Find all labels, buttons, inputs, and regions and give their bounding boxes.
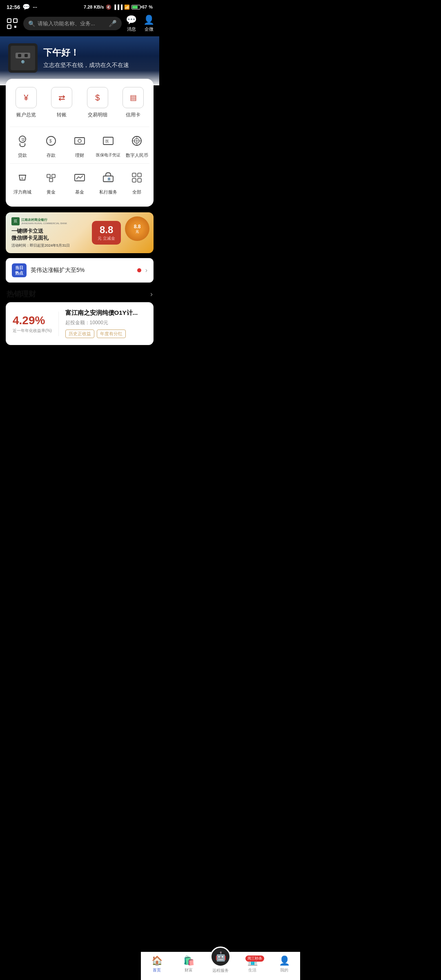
signal-icon: ▐▐▐ — [113, 4, 122, 9]
mute-icon: 🔇 — [106, 4, 111, 10]
svg-rect-17 — [47, 174, 50, 178]
scan-button[interactable] — [5, 16, 19, 31]
status-bar: 12:56 💬 ··· 7.28 KB/s 🔇 ▐▐▐ 📶 67% — [0, 0, 159, 12]
digital-rmb-label: 数字人民币 — [126, 152, 148, 158]
credit-card-icon: ▤ — [122, 87, 144, 108]
svg-rect-19 — [49, 178, 53, 182]
mall-icon: ¥ — [13, 169, 31, 187]
gold-label: 黄金 — [47, 189, 56, 195]
action-credit-card[interactable]: ▤ 信用卡 — [117, 87, 150, 118]
network-speed: 7.28 KB/s — [84, 4, 104, 9]
all-label: 全部 — [132, 189, 141, 195]
service-mall[interactable]: ¥ 浮力商城 — [10, 169, 35, 195]
private-label: 私行服务 — [99, 189, 117, 195]
finance-product-name: 富江南之安润纯债O1Y计... — [65, 309, 147, 317]
hero-greeting: 下午好！ — [43, 47, 129, 59]
service-loan[interactable]: 贷 贷款 — [10, 132, 35, 158]
all-icon — [128, 169, 146, 187]
svg-rect-0 — [7, 19, 11, 22]
robot-avatar: ⚙️ — [11, 46, 35, 70]
header-actions: 💬 消息 👤 企微 — [126, 15, 154, 32]
private-icon: 🏦 — [99, 169, 117, 187]
finance-card[interactable]: 4.29% 近一年年化收益率(%) 富江南之安润纯债O1Y计... 起投金额：1… — [6, 302, 154, 345]
svg-rect-23 — [132, 173, 136, 177]
svg-text:¥: ¥ — [21, 176, 23, 180]
service-all[interactable]: 全部 — [124, 169, 149, 195]
finance-icon — [71, 132, 89, 150]
svg-rect-3 — [14, 26, 16, 28]
gold-icon — [42, 169, 60, 187]
hot-news[interactable]: 当日 热点 英伟达涨幅扩大至5% › — [6, 258, 154, 283]
hero-text: 下午好！ 立志在坚不在锐，成功在久不在速 — [43, 47, 129, 69]
hot-selling-more[interactable]: › — [150, 290, 153, 298]
finance-tag-2: 年度有分红 — [97, 330, 126, 338]
service-fund[interactable]: 基金 — [67, 169, 92, 195]
banner-bank-name: 江南农村商业银行 — [21, 218, 67, 222]
mall-label: 浮力商城 — [13, 189, 31, 195]
finance-rate-num: 4.29% — [13, 314, 52, 327]
svg-text:贷: 贷 — [21, 138, 25, 142]
divider-1 — [10, 127, 149, 127]
svg-text:$: $ — [49, 139, 52, 143]
banner-amount-num: 8.8 — [98, 224, 115, 236]
svg-point-9 — [78, 139, 81, 143]
hot-news-text: 英伟达涨幅扩大至5% — [31, 267, 133, 274]
divider-2 — [10, 163, 149, 164]
status-time: 12:56 — [7, 4, 20, 10]
svg-rect-1 — [13, 19, 17, 22]
services-row-1: 贷 贷款 $ 存款 — [10, 132, 149, 158]
medical-label: 医保电子凭证 — [96, 152, 120, 158]
search-input-wrap[interactable]: 🔍 🎤 — [23, 17, 122, 30]
action-transaction-detail[interactable]: $ 交易明细 — [81, 87, 114, 118]
banner-logo: 江 江南农村商业银行 JIANGNAN RURAL COMMERCIAL BAN… — [6, 213, 76, 253]
banner[interactable]: 江 江南农村商业银行 JIANGNAN RURAL COMMERCIAL BAN… — [6, 212, 154, 253]
svg-rect-18 — [52, 174, 55, 178]
service-finance[interactable]: 理财 — [67, 132, 92, 158]
service-private[interactable]: 🏦 私行服务 — [96, 169, 121, 195]
loan-label: 贷款 — [18, 152, 27, 158]
deposit-icon: $ — [42, 132, 60, 150]
finance-rate: 4.29% 近一年年化收益率(%) — [13, 314, 52, 334]
action-transfer[interactable]: ⇄ 转账 — [46, 87, 78, 118]
enterprise-button[interactable]: 👤 企微 — [143, 15, 154, 32]
finance-tags: 历史正收益 年度有分红 — [65, 330, 147, 338]
hot-dot — [137, 268, 141, 272]
finance-tag-1: 历史正收益 — [65, 330, 94, 338]
service-deposit[interactable]: $ 存款 — [38, 132, 64, 158]
main-card: ¥ 账户总览 ⇄ 转账 $ 交易明细 ▤ 信用卡 — [6, 79, 154, 207]
message-button[interactable]: 💬 消息 — [126, 15, 137, 32]
banner-right-decoration: 8.8 元 — [125, 216, 149, 241]
hot-selling-header: 热销理财 › — [0, 283, 159, 302]
search-input[interactable] — [38, 20, 106, 27]
svg-rect-25 — [132, 178, 136, 182]
finance-min-amount: 起投金额：10000元 — [65, 319, 147, 326]
action-account-overview[interactable]: ¥ 账户总览 — [10, 87, 42, 118]
account-overview-icon: ¥ — [16, 87, 37, 108]
mic-icon[interactable]: 🎤 — [109, 20, 117, 27]
hero-section: ⚙️ 下午好！ 立志在坚不在锐，成功在久不在速 — [0, 36, 159, 85]
fund-label: 基金 — [75, 189, 84, 195]
svg-text:医: 医 — [105, 139, 109, 143]
action-account-label: 账户总览 — [16, 111, 36, 118]
finance-rate-label: 近一年年化收益率(%) — [13, 328, 52, 334]
hot-badge: 当日 热点 — [12, 263, 27, 277]
service-digital-rmb[interactable]: 数字人民币 — [124, 132, 149, 158]
svg-rect-2 — [7, 25, 11, 29]
transaction-detail-icon: $ — [87, 87, 108, 108]
svg-rect-8 — [75, 138, 85, 144]
battery-percent: 67 — [142, 4, 147, 9]
service-medical[interactable]: 医 医保电子凭证 — [96, 132, 121, 158]
transfer-icon: ⇄ — [51, 87, 72, 108]
search-icon: 🔍 — [28, 20, 35, 27]
banner-main-text2: 微信绑卡见面礼 — [11, 235, 70, 242]
action-credit-label: 信用卡 — [126, 111, 140, 118]
hot-selling-title: 热销理财 — [7, 289, 36, 299]
action-transfer-label: 转账 — [57, 111, 67, 118]
svg-rect-26 — [138, 178, 141, 182]
finance-label: 理财 — [75, 152, 84, 158]
battery-icon — [131, 5, 140, 9]
wifi-icon: 📶 — [124, 4, 130, 10]
deposit-label: 存款 — [47, 152, 56, 158]
finance-info: 富江南之安润纯债O1Y计... 起投金额：10000元 历史正收益 年度有分红 — [65, 309, 147, 338]
service-gold[interactable]: 黄金 — [38, 169, 64, 195]
